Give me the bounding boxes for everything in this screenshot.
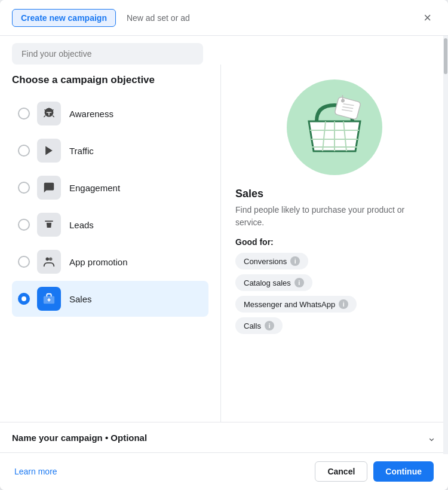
continue-button[interactable]: Continue	[373, 461, 434, 482]
right-panel: Sales Find people likely to purchase you…	[221, 65, 448, 422]
icon-app-promotion	[37, 250, 61, 274]
objective-leads[interactable]: Leads	[12, 207, 208, 243]
chevron-down-icon: ⌄	[427, 431, 436, 444]
search-input[interactable]	[12, 43, 203, 65]
search-area	[0, 36, 448, 65]
modal-body: Choose a campaign objective Awareness Tr…	[0, 65, 448, 422]
icon-traffic	[37, 139, 61, 163]
modal-header: Create new campaign New ad set or ad ×	[0, 0, 448, 36]
objective-traffic[interactable]: Traffic	[12, 133, 208, 169]
label-engagement: Engagement	[69, 183, 120, 193]
label-traffic: Traffic	[69, 146, 94, 156]
icon-sales	[37, 287, 61, 311]
name-campaign-bar[interactable]: Name your campaign • Optional ⌄	[0, 422, 448, 452]
radio-dot-sales	[22, 296, 26, 301]
svg-point-1	[49, 258, 53, 261]
close-button[interactable]: ×	[419, 9, 436, 27]
section-title: Choose a campaign objective	[12, 74, 208, 86]
radio-sales	[18, 293, 30, 305]
objective-app-promotion[interactable]: App promotion	[12, 244, 208, 280]
radio-engagement	[18, 182, 30, 194]
icon-leads	[37, 213, 61, 237]
objective-awareness[interactable]: Awareness	[12, 96, 208, 131]
label-app-promotion: App promotion	[69, 257, 128, 267]
tag-calls: Calls i	[235, 317, 283, 334]
tag-catalog-sales: Catalog sales i	[235, 274, 312, 291]
modal-footer: Learn more Cancel Continue	[0, 452, 448, 490]
left-panel: Choose a campaign objective Awareness Tr…	[0, 65, 221, 422]
learn-more-link[interactable]: Learn more	[14, 467, 57, 476]
info-icon-catalog-sales[interactable]: i	[294, 278, 304, 287]
label-sales: Sales	[69, 294, 92, 304]
svg-point-0	[46, 258, 50, 261]
cancel-button[interactable]: Cancel	[315, 461, 367, 482]
name-campaign-label: Name your campaign • Optional	[12, 433, 147, 443]
radio-leads	[18, 219, 30, 231]
label-leads: Leads	[69, 220, 94, 230]
sales-description: Find people likely to purchase your prod…	[235, 204, 434, 229]
objective-engagement[interactable]: Engagement	[12, 170, 208, 206]
icon-engagement	[37, 176, 61, 200]
sales-title: Sales	[235, 188, 434, 200]
footer-actions: Cancel Continue	[315, 461, 434, 482]
scrollbar-track	[443, 65, 448, 422]
radio-awareness	[18, 108, 30, 120]
tag-messenger-whatsapp: Messenger and WhatsApp i	[235, 296, 357, 313]
modal-dialog: Create new campaign New ad set or ad × C…	[0, 0, 448, 490]
good-for-label: Good for:	[235, 237, 434, 247]
scrollbar-thumb	[444, 65, 447, 74]
radio-app-promotion	[18, 256, 30, 268]
info-icon-calls[interactable]: i	[265, 321, 274, 330]
info-icon-messenger[interactable]: i	[339, 299, 348, 309]
tab-create-campaign[interactable]: Create new campaign	[12, 9, 116, 27]
objective-sales[interactable]: Sales	[12, 281, 208, 317]
sales-illustration	[284, 76, 385, 178]
info-icon-conversions[interactable]: i	[290, 256, 300, 266]
icon-awareness	[37, 102, 61, 125]
label-awareness: Awareness	[69, 109, 113, 119]
tab-new-ad-set[interactable]: New ad set or ad	[127, 13, 190, 23]
radio-traffic	[18, 145, 30, 157]
tags-list: Conversions i Catalog sales i Messenger …	[235, 253, 434, 339]
tag-conversions: Conversions i	[235, 253, 308, 270]
